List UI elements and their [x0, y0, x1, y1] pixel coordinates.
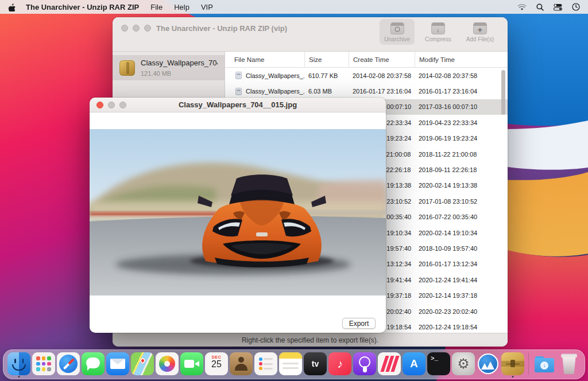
dock-launchpad-icon[interactable] — [32, 352, 56, 378]
dock-maps-icon[interactable] — [130, 352, 154, 378]
dock-facetime-icon[interactable] — [180, 352, 204, 378]
dock-reminders-icon[interactable] — [254, 352, 278, 378]
dock-unarchiver-icon[interactable]: Unarchiver — [501, 352, 525, 378]
menu-file[interactable]: File — [150, 3, 163, 11]
table-row[interactable]: Classy_Wallpapers_...610.77 KB2014-02-08… — [225, 68, 508, 83]
archive-file-icon — [119, 60, 135, 76]
dock-downloads-icon[interactable]: ↓ — [532, 352, 556, 378]
toolbar: Unarchive↓Compress+Add File(s) — [380, 19, 498, 45]
menu-bar-status-area — [517, 3, 580, 11]
export-button[interactable]: Export — [342, 318, 376, 329]
active-app-name[interactable]: The Unarchiver - Unzip RAR ZIP — [26, 3, 139, 11]
dock-mountain-icon[interactable] — [476, 352, 500, 378]
dock-contacts-icon[interactable] — [229, 352, 253, 378]
apple-menu-icon[interactable] — [8, 3, 17, 11]
dock-separator — [528, 353, 529, 375]
column-header-size[interactable]: Size — [304, 52, 349, 67]
image-file-icon — [235, 88, 242, 95]
dock-messages-icon[interactable] — [81, 352, 105, 378]
column-header-modify-time[interactable]: Modify Time — [415, 52, 503, 67]
unarchive-icon — [390, 22, 404, 34]
preview-titlebar: Classy_Wallpapers_704__015.jpg — [90, 98, 386, 112]
compress-icon: ↓ — [431, 22, 445, 34]
search-icon[interactable] — [536, 3, 544, 11]
dock-appletv-icon[interactable]: tv — [303, 352, 327, 378]
close-button[interactable] — [121, 25, 128, 32]
clock-icon[interactable] — [572, 3, 580, 11]
dock-finder-icon[interactable] — [7, 352, 31, 378]
toolbar-add-file-s--button[interactable]: +Add File(s) — [462, 19, 498, 45]
add-files-icon: + — [473, 22, 487, 34]
image-file-icon — [235, 72, 242, 79]
image-preview-window: Classy_Wallpapers_704__015.jpg — [90, 98, 386, 333]
preview-close-button[interactable] — [96, 102, 103, 108]
dock-terminal-icon[interactable]: >_ — [427, 352, 451, 378]
dock-notes-icon[interactable] — [278, 352, 303, 378]
preview-title: Classy_Wallpapers_704__015.jpg — [179, 100, 297, 109]
car-photo — [90, 129, 386, 296]
wifi-icon[interactable] — [517, 3, 527, 10]
preview-minimize-button[interactable] — [108, 102, 115, 108]
menu-vip[interactable]: VIP — [201, 3, 213, 11]
dock-mail-icon[interactable] — [106, 352, 130, 378]
menu-bar: The Unarchiver - Unzip RAR ZIP FileHelpV… — [0, 0, 588, 14]
main-traffic-lights — [121, 25, 151, 32]
dock-trash-icon[interactable] — [557, 352, 581, 378]
preview-zoom-button[interactable] — [119, 102, 126, 108]
table-header: File NameSizeCreate TimeModify Time — [225, 52, 508, 68]
dock-calendar-icon[interactable]: DEC25 — [204, 352, 229, 378]
main-window-titlebar: The Unarchiver - Unzip RAR ZIP (vip) Una… — [113, 17, 508, 52]
column-header-create-time[interactable]: Create Time — [349, 52, 415, 67]
archive-name: Classy_Wallpapers_704... — [141, 59, 218, 67]
table-scrollbar[interactable] — [501, 70, 505, 115]
archive-size: 121.40 MB — [141, 70, 171, 77]
sidebar-archive-item[interactable]: Classy_Wallpapers_704... 121.40 MB — [113, 55, 225, 80]
control-center-icon[interactable] — [554, 3, 562, 11]
menu-bar-menus: FileHelpVIP — [150, 3, 213, 11]
table-row[interactable]: Classy_Wallpapers_...6.03 MB2016-01-17 2… — [225, 83, 508, 99]
minimize-button[interactable] — [133, 25, 140, 32]
dock-podcasts-icon[interactable] — [353, 352, 377, 378]
menu-help[interactable]: Help — [174, 3, 189, 11]
preview-traffic-lights — [96, 102, 126, 108]
status-text: Right-click the specified item to export… — [242, 336, 378, 344]
dock-photos-icon[interactable] — [155, 352, 179, 378]
dock-news-icon[interactable] — [377, 352, 401, 378]
toolbar-unarchive-button[interactable]: Unarchive — [380, 19, 415, 45]
dock-appstore-icon[interactable]: A — [402, 352, 426, 378]
main-window-title: The Unarchiver - Unzip RAR ZIP (vip) — [156, 24, 287, 33]
dock: DEC25tv♪A>_⚙Unarchiver↓ — [3, 349, 585, 379]
dock-safari-icon[interactable] — [56, 352, 80, 378]
dock-music-icon[interactable]: ♪ — [328, 352, 352, 378]
zoom-button[interactable] — [144, 25, 151, 32]
toolbar-compress-button[interactable]: ↓Compress — [420, 19, 456, 45]
dock-settings-icon[interactable]: ⚙ — [451, 352, 475, 378]
status-bar: Right-click the specified item to export… — [113, 333, 508, 347]
column-header-file-name[interactable]: File Name — [225, 56, 304, 63]
